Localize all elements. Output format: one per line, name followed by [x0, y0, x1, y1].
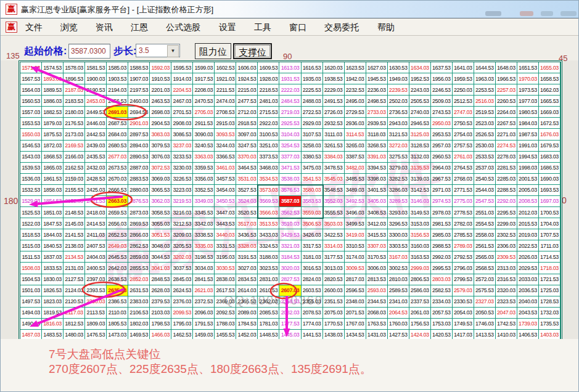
grid-cell[interactable]: 2484.53	[279, 96, 301, 107]
grid-cell[interactable]: 2572.03	[474, 274, 496, 285]
grid-cell[interactable]: 2873.03	[128, 207, 150, 218]
grid-cell[interactable]: 3482.03	[345, 163, 366, 174]
key-level-cell[interactable]: 2691.03	[107, 107, 128, 118]
grid-cell[interactable]: 3195.03	[215, 251, 236, 263]
grid-cell[interactable]: 3212.53	[171, 218, 193, 229]
grid-cell[interactable]: 2442.53	[85, 129, 107, 140]
grid-cell[interactable]: 2474.03	[215, 96, 236, 107]
grid-cell[interactable]: 1973.53	[517, 84, 539, 96]
grid-cell[interactable]: 2337.53	[409, 296, 431, 308]
grid-cell[interactable]: 3580.03	[302, 185, 323, 196]
grid-cell[interactable]: 2463.53	[150, 96, 171, 107]
grid-cell[interactable]: 1791.53	[193, 319, 215, 330]
grid-cell[interactable]: 3198.53	[193, 251, 215, 263]
grid-cell[interactable]: 3258.03	[302, 141, 323, 152]
grid-cell[interactable]: 3314.03	[323, 240, 345, 251]
grid-cell[interactable]: 3510.03	[279, 218, 301, 229]
grid-cell[interactable]: 2138.03	[64, 240, 85, 251]
grid-cell[interactable]: 1564.03	[20, 84, 42, 96]
grid-cell[interactable]: 2817.03	[345, 274, 366, 285]
grid-cell[interactable]: 1690.03	[539, 174, 561, 185]
grid-cell[interactable]: 2869.53	[128, 218, 150, 229]
grid-cell[interactable]: 3289.53	[388, 196, 409, 207]
grid-cell[interactable]: 2043.53	[517, 308, 539, 319]
grid-cell[interactable]: 3387.53	[345, 152, 366, 163]
grid-cell[interactable]: 2491.53	[323, 96, 345, 107]
grid-cell[interactable]: 2754.03	[453, 129, 474, 140]
grid-cell[interactable]: 3097.03	[236, 129, 258, 140]
grid-cell[interactable]: 3177.53	[323, 251, 345, 263]
grid-cell[interactable]: 2523.03	[474, 118, 496, 129]
grid-cell[interactable]: 3541.53	[302, 174, 323, 185]
grid-cell[interactable]: 2593.03	[366, 285, 388, 296]
grid-cell[interactable]: 1921.03	[215, 73, 236, 84]
grid-cell[interactable]: 2932.53	[323, 118, 345, 129]
grid-cell[interactable]: 3464.53	[236, 163, 258, 174]
grid-cell[interactable]: 1655.03	[539, 62, 561, 73]
grid-cell[interactable]: 3167.03	[388, 251, 409, 263]
grid-cell[interactable]: 3282.53	[388, 174, 409, 185]
grid-cell[interactable]: 1536.03	[20, 174, 42, 185]
grid-cell[interactable]: 2589.53	[388, 285, 409, 296]
grid-cell[interactable]: 1984.03	[517, 118, 539, 129]
grid-cell[interactable]: 2988.53	[431, 240, 453, 251]
grid-cell[interactable]: 2533.53	[474, 152, 496, 163]
grid-cell[interactable]: 2642.03	[107, 263, 128, 274]
grid-cell[interactable]: 1578.03	[64, 62, 85, 73]
grid-cell[interactable]: 3401.53	[366, 185, 388, 196]
grid-cell[interactable]: 1672.53	[539, 118, 561, 129]
grid-cell[interactable]: 2404.03	[85, 251, 107, 263]
grid-cell[interactable]: 2561.53	[474, 240, 496, 251]
grid-cell[interactable]: 2701.53	[171, 107, 193, 118]
grid-cell[interactable]: 3205.53	[171, 240, 193, 251]
grid-cell[interactable]: 3548.53	[323, 185, 345, 196]
grid-cell[interactable]: 2019.03	[517, 229, 539, 240]
grid-cell[interactable]: 2488.03	[302, 96, 323, 107]
grid-cell[interactable]: 2106.53	[128, 308, 150, 319]
grid-cell[interactable]: 3216.03	[171, 207, 193, 218]
grid-cell[interactable]: 1977.03	[517, 96, 539, 107]
grid-cell[interactable]: 3139.03	[409, 174, 431, 185]
support-button[interactable]: 支撑位	[233, 43, 272, 59]
grid-cell[interactable]: 2232.53	[345, 84, 366, 96]
grid-cell[interactable]: 2673.53	[107, 163, 128, 174]
grid-cell[interactable]: 3366.53	[215, 152, 236, 163]
grid-cell[interactable]: 2502.03	[388, 96, 409, 107]
grid-cell[interactable]: 2540.53	[474, 174, 496, 185]
grid-cell[interactable]: 3132.03	[409, 152, 431, 163]
grid-cell[interactable]: 1809.03	[85, 319, 107, 330]
grid-cell[interactable]: 2155.53	[64, 185, 85, 196]
grid-cell[interactable]: 2736.53	[388, 107, 409, 118]
grid-cell[interactable]: 1746.03	[474, 319, 496, 330]
grid-cell[interactable]: 2929.03	[302, 118, 323, 129]
grid-cell[interactable]: 2887.03	[128, 163, 150, 174]
grid-cell[interactable]: 1935.03	[302, 73, 323, 84]
grid-cell[interactable]: 3191.53	[236, 251, 258, 263]
grid-cell[interactable]: 3048.03	[150, 240, 171, 251]
grid-cell[interactable]: 2852.03	[128, 274, 150, 285]
grid-cell[interactable]: 3513.53	[258, 218, 279, 229]
menu-item-tools[interactable]: 工具	[253, 22, 273, 33]
grid-cell[interactable]: 2722.53	[302, 107, 323, 118]
grid-cell[interactable]: 1819.53	[42, 308, 64, 319]
grid-cell[interactable]: 3433.03	[258, 229, 279, 240]
grid-cell[interactable]: 3072.53	[150, 163, 171, 174]
grid-cell[interactable]: 2225.53	[302, 84, 323, 96]
grid-cell[interactable]: 2327.03	[474, 296, 496, 308]
grid-cell[interactable]: 2285.03	[496, 174, 517, 185]
grid-cell[interactable]: 2757.53	[453, 141, 474, 152]
grid-cell[interactable]: 2841.53	[193, 274, 215, 285]
grid-cell[interactable]: 3545.03	[323, 174, 345, 185]
grid-cell[interactable]: 2981.53	[431, 218, 453, 229]
grid-cell[interactable]: 2803.03	[431, 274, 453, 285]
grid-cell[interactable]: 2309.53	[496, 251, 517, 263]
grid-cell[interactable]: 1588.53	[128, 62, 150, 73]
grid-cell[interactable]: 3006.03	[366, 263, 388, 274]
grid-cell[interactable]: 3055.03	[150, 218, 171, 229]
grid-cell[interactable]: 3254.53	[279, 141, 301, 152]
grid-cell[interactable]: 2169.53	[64, 141, 85, 152]
grid-cell[interactable]: 2183.53	[64, 96, 85, 107]
grid-cell[interactable]: 2306.03	[496, 240, 517, 251]
grid-cell[interactable]: 1903.53	[107, 73, 128, 84]
grid-cell[interactable]: 1966.53	[496, 73, 517, 84]
